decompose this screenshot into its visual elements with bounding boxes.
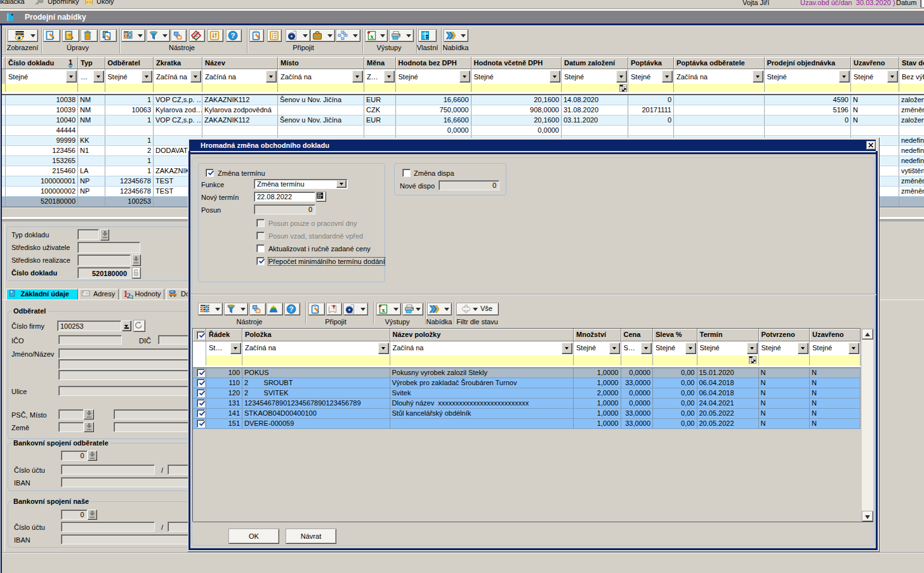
svg-text:?: ? (230, 32, 235, 39)
svg-text:?: ? (289, 305, 293, 313)
svg-text:3: 3 (130, 294, 133, 300)
svg-text:x: x (370, 32, 374, 40)
svg-text:x: x (381, 306, 385, 313)
